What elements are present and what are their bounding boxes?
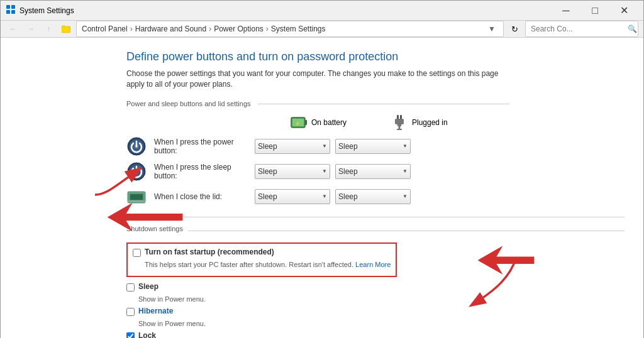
sleep-battery-dropdown[interactable]: Sleep ▼ xyxy=(255,164,330,179)
lock-label[interactable]: Lock xyxy=(138,331,156,338)
up-icon: ↑ xyxy=(47,25,50,33)
window-icon xyxy=(6,4,16,16)
svg-rect-0 xyxy=(6,5,10,9)
svg-rect-7 xyxy=(305,120,307,125)
content-area: Define power buttons and turn on passwor… xyxy=(1,38,643,338)
maximize-button[interactable]: □ xyxy=(580,1,609,21)
power-button-row: When I press the power button: Sleep ▼ S… xyxy=(126,136,625,156)
section2-title: Shutdown settings xyxy=(126,225,183,232)
hibernate-label[interactable]: Hibernate xyxy=(138,307,173,315)
dropdown-arrow: ▼ xyxy=(322,194,327,199)
svg-rect-24 xyxy=(130,194,143,200)
fast-startup-row: Turn on fast startup (recommended) xyxy=(133,248,391,257)
fast-startup-desc: This helps start your PC faster after sh… xyxy=(145,261,391,268)
breadcrumb-hardware[interactable]: Hardware and Sound xyxy=(135,25,206,33)
dropdown-arrow: ▼ xyxy=(402,168,408,174)
fast-startup-label[interactable]: Turn on fast startup (recommended) xyxy=(145,248,274,256)
power-battery-dropdown[interactable]: Sleep ▼ xyxy=(255,139,330,154)
forward-button[interactable]: → xyxy=(23,21,38,36)
svg-point-21 xyxy=(135,170,138,173)
minimize-button[interactable]: ─ xyxy=(552,1,580,21)
sleep-row: Sleep xyxy=(126,282,625,292)
hibernate-row: Hibernate xyxy=(126,307,625,316)
learn-more-link[interactable]: Learn More xyxy=(355,261,391,268)
close-button[interactable]: ✕ xyxy=(609,1,638,21)
search-input[interactable] xyxy=(531,25,625,33)
recent-locations-button[interactable] xyxy=(58,21,74,36)
breadcrumb-control-panel[interactable]: Control Panel xyxy=(82,25,128,33)
back-icon: ← xyxy=(9,25,17,33)
refresh-icon: ↻ xyxy=(511,25,518,34)
search-icon: 🔍 xyxy=(628,25,637,33)
shutdown-section: Shutdown settings Turn on fast startup (… xyxy=(126,225,625,338)
svg-rect-10 xyxy=(397,115,399,119)
svg-rect-2 xyxy=(6,10,10,14)
sleep-button-row: When I press the sleep button: Sleep ▼ S… xyxy=(126,161,625,182)
breadcrumb-sep-2: › xyxy=(209,25,211,33)
title-bar-controls: ─ □ ✕ xyxy=(552,1,638,21)
fast-startup-checkbox[interactable] xyxy=(133,249,141,257)
main-window: System Settings ─ □ ✕ ← → ↑ Control Pane… xyxy=(0,0,644,338)
forward-icon: → xyxy=(27,25,35,33)
sleep-button-icon xyxy=(126,161,147,182)
address-dropdown[interactable]: ▼ xyxy=(486,21,498,36)
folder-icon xyxy=(62,25,70,33)
power-plugged-dropdown[interactable]: Sleep ▼ xyxy=(335,139,411,154)
lock-checkbox[interactable] xyxy=(126,332,135,338)
plugged-label: Plugged in xyxy=(412,118,448,127)
svg-rect-25 xyxy=(128,200,145,202)
svg-rect-3 xyxy=(11,10,15,14)
sleep-opt-label[interactable]: Sleep xyxy=(138,282,158,291)
title-bar: System Settings ─ □ ✕ xyxy=(1,1,643,21)
page-title: Define power buttons and turn on passwor… xyxy=(126,50,625,63)
title-bar-left: System Settings xyxy=(6,4,74,16)
window-title: System Settings xyxy=(19,6,74,15)
lid-plugged-dropdown[interactable]: Sleep ▼ xyxy=(335,189,411,204)
svg-rect-13 xyxy=(397,124,401,126)
section1-title: Power and sleep buttons and lid settings xyxy=(126,100,625,107)
nav-bar: ← → ↑ Control Panel › Hardware and Sound… xyxy=(1,21,643,38)
battery-label: On battery xyxy=(311,118,347,127)
dropdown-arrow: ▼ xyxy=(402,194,408,199)
sleep-desc: Show in Power menu. xyxy=(138,295,625,303)
lock-row: Lock xyxy=(126,331,625,338)
hibernate-desc: Show in Power menu. xyxy=(138,320,625,327)
dropdown-arrow: ▼ xyxy=(402,143,408,149)
breadcrumb-power[interactable]: Power Options xyxy=(214,25,264,33)
lid-battery-dropdown[interactable]: Sleep ▼ xyxy=(255,189,330,204)
back-button[interactable]: ← xyxy=(6,21,21,36)
section2-header: Shutdown settings xyxy=(126,225,625,237)
plugged-column-header: Plugged in xyxy=(391,114,479,131)
breadcrumb-system-settings[interactable]: System Settings xyxy=(271,25,326,33)
dropdown-arrow: ▼ xyxy=(322,143,327,149)
breadcrumb-sep-3: › xyxy=(266,25,269,33)
refresh-button[interactable]: ↻ xyxy=(506,21,523,37)
sleep-checkbox[interactable] xyxy=(126,283,135,292)
column-headers: ⚡ On battery Plugged in xyxy=(126,114,625,131)
hibernate-checkbox[interactable] xyxy=(126,308,135,316)
search-bar[interactable]: 🔍 xyxy=(525,21,638,37)
breadcrumb-sep-1: › xyxy=(130,25,133,33)
power-button-label: When I press the power button: xyxy=(154,138,255,155)
power-button-icon xyxy=(126,136,147,156)
sleep-plugged-dropdown[interactable]: Sleep ▼ xyxy=(335,164,411,179)
page-description: Choose the power settings that you want … xyxy=(126,68,504,90)
address-bar[interactable]: Control Panel › Hardware and Sound › Pow… xyxy=(76,21,504,37)
power-sleep-section: Power and sleep buttons and lid settings… xyxy=(126,100,625,217)
content-wrapper: Define power buttons and turn on passwor… xyxy=(1,38,643,338)
close-lid-row: When I close the lid: Sleep ▼ Sleep ▼ xyxy=(126,187,625,207)
sleep-button-label: When I press the sleep button: xyxy=(154,163,255,180)
close-lid-label: When I close the lid: xyxy=(154,192,255,201)
svg-point-18 xyxy=(135,144,138,148)
battery-column-header: ⚡ On battery xyxy=(290,115,378,130)
svg-rect-11 xyxy=(400,115,402,119)
svg-rect-1 xyxy=(11,5,15,9)
plug-icon xyxy=(391,114,408,131)
fast-startup-box: Turn on fast startup (recommended) This … xyxy=(126,243,397,277)
svg-text:⚡: ⚡ xyxy=(295,121,301,126)
up-button[interactable]: ↑ xyxy=(41,21,56,36)
battery-icon: ⚡ xyxy=(290,115,308,130)
svg-rect-12 xyxy=(395,119,404,124)
close-lid-icon xyxy=(126,187,147,207)
dropdown-arrow: ▼ xyxy=(322,168,327,174)
